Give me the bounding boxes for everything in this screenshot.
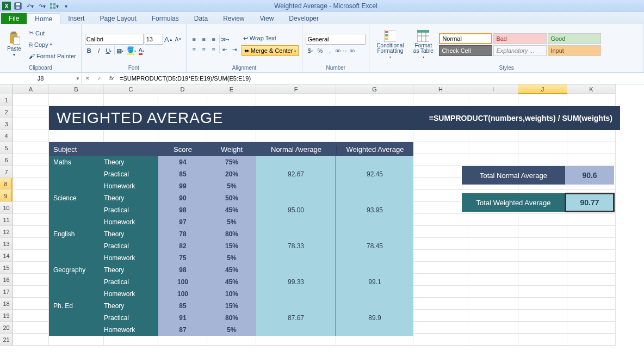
row-header-2[interactable]: 2 — [0, 106, 13, 118]
tab-review[interactable]: Review — [215, 13, 252, 24]
conditional-formatting-button[interactable]: Conditional Formatting▾ — [373, 25, 407, 64]
row-header-20[interactable]: 20 — [0, 322, 13, 334]
tab-file[interactable]: File — [1, 13, 27, 24]
tab-developer[interactable]: Developer — [281, 13, 326, 24]
row-header-15[interactable]: 15 — [0, 262, 13, 274]
font-size-select[interactable] — [145, 34, 163, 45]
worksheet-grid[interactable]: ABCDEFGHIJK 1234567891011121314151617181… — [0, 84, 644, 362]
window-title: Weighted Average - Microsoft Excel — [73, 2, 579, 10]
orientation-button[interactable]: ≫▾ — [221, 35, 230, 44]
svg-rect-12 — [385, 34, 388, 36]
tab-page-layout[interactable]: Page Layout — [92, 13, 144, 24]
row-header-10[interactable]: 10 — [0, 202, 13, 214]
format-as-table-button[interactable]: Format as Table▾ — [410, 25, 437, 64]
row-header-9[interactable]: 9 — [0, 190, 13, 202]
row-header-13[interactable]: 13 — [0, 238, 13, 250]
col-header-E[interactable]: E — [207, 84, 256, 94]
name-box[interactable]: J8▼ — [0, 73, 82, 84]
svg-rect-6 — [53, 7, 55, 9]
undo-button[interactable]: ↶▾ — [25, 2, 35, 10]
style-bad[interactable]: Bad — [493, 33, 547, 44]
row-header-19[interactable]: 19 — [0, 310, 13, 322]
col-header-H[interactable]: H — [413, 84, 468, 94]
tab-formulas[interactable]: Formulas — [144, 13, 187, 24]
style-explanatory[interactable]: Explanatory ... — [493, 45, 547, 56]
style-check-cell[interactable]: Check Cell — [439, 45, 492, 56]
wrap-text-button[interactable]: ↩Wrap Text — [242, 33, 299, 44]
style-normal[interactable]: Normal — [439, 33, 492, 44]
tab-data[interactable]: Data — [187, 13, 215, 24]
decrease-indent-button[interactable]: ⇤ — [221, 45, 230, 54]
group-label-alignment: Alignment — [190, 64, 299, 72]
tab-insert[interactable]: Insert — [60, 13, 92, 24]
col-header-K[interactable]: K — [567, 84, 616, 94]
increase-indent-button[interactable]: ⇥ — [231, 45, 239, 54]
tab-home[interactable]: Home — [27, 13, 60, 24]
currency-button[interactable]: $▾ — [306, 46, 314, 55]
qat-button-1[interactable]: ▾ — [49, 2, 59, 10]
fill-color-button[interactable]: 🪣▾ — [127, 46, 136, 55]
row-header-3[interactable]: 3 — [0, 118, 13, 130]
row-header-11[interactable]: 11 — [0, 214, 13, 226]
style-input[interactable]: Input — [548, 45, 601, 56]
row-header-8[interactable]: 8 — [0, 178, 13, 190]
format-painter-button[interactable]: 🖌Format Painter — [27, 51, 78, 62]
copy-button[interactable]: ⎘Copy ▾ — [27, 39, 78, 50]
redo-button[interactable]: ↷▾ — [37, 2, 47, 10]
align-right-button[interactable]: ≡ — [209, 45, 218, 54]
row-header-14[interactable]: 14 — [0, 250, 13, 262]
cancel-formula-button[interactable]: ✕ — [82, 76, 94, 81]
percent-button[interactable]: % — [315, 46, 324, 55]
font-name-select[interactable] — [85, 34, 144, 45]
tab-view[interactable]: View — [252, 13, 282, 24]
col-header-G[interactable]: G — [336, 84, 413, 94]
number-format-select[interactable] — [306, 34, 366, 45]
enter-formula-button[interactable]: ✓ — [94, 76, 106, 81]
align-middle-button[interactable]: ≡ — [200, 35, 208, 44]
row-header-1[interactable]: 1 — [0, 94, 13, 106]
svg-rect-1 — [16, 3, 20, 5]
paste-button[interactable]: Paste ▼ — [3, 25, 25, 64]
row-header-4[interactable]: 4 — [0, 130, 13, 142]
row-header-18[interactable]: 18 — [0, 298, 13, 310]
style-good[interactable]: Good — [548, 33, 601, 44]
group-font: A▲ A▼ B I U▾ ▦▾ 🪣▾ A▾ Font — [82, 24, 187, 72]
row-header-6[interactable]: 6 — [0, 154, 13, 166]
qat-button-2[interactable]: ▾ — [61, 2, 71, 10]
table-icon — [417, 30, 429, 42]
comma-button[interactable]: , — [325, 46, 334, 55]
cells-area[interactable] — [13, 94, 616, 346]
increase-font-button[interactable]: A▲ — [164, 35, 173, 44]
col-header-B[interactable]: B — [49, 84, 104, 94]
col-header-J[interactable]: J — [518, 84, 567, 94]
row-header-16[interactable]: 16 — [0, 274, 13, 286]
decrease-decimal-button[interactable]: ←.00 — [345, 46, 354, 55]
cut-button[interactable]: ✂Cut — [27, 28, 78, 39]
border-button[interactable]: ▦▾ — [116, 46, 125, 55]
underline-button[interactable]: U▾ — [104, 46, 113, 55]
merge-center-button[interactable]: ⬌Merge & Center▾ — [242, 45, 299, 56]
align-center-button[interactable]: ≡ — [200, 45, 208, 54]
row-header-5[interactable]: 5 — [0, 142, 13, 154]
row-header-17[interactable]: 17 — [0, 286, 13, 298]
bold-button[interactable]: B — [85, 46, 94, 55]
row-header-12[interactable]: 12 — [0, 226, 13, 238]
col-header-I[interactable]: I — [468, 84, 518, 94]
align-top-button[interactable]: ≡ — [190, 35, 199, 44]
align-bottom-button[interactable]: ≡ — [209, 35, 218, 44]
svg-rect-2 — [16, 7, 20, 9]
col-header-A[interactable]: A — [13, 84, 49, 94]
row-header-21[interactable]: 21 — [0, 334, 13, 346]
row-header-7[interactable]: 7 — [0, 166, 13, 178]
formula-input[interactable]: =SUMPRODUCT(D5:D19*E5:E19)/SUM(E5:E19) — [117, 74, 644, 83]
decrease-font-button[interactable]: A▼ — [174, 35, 183, 44]
increase-decimal-button[interactable]: .00→ — [335, 46, 344, 55]
insert-function-button[interactable]: fx — [106, 76, 117, 81]
col-header-D[interactable]: D — [158, 84, 207, 94]
col-header-F[interactable]: F — [256, 84, 336, 94]
align-left-button[interactable]: ≡ — [190, 45, 199, 54]
save-button[interactable] — [13, 2, 23, 10]
italic-button[interactable]: I — [95, 46, 103, 55]
col-header-C[interactable]: C — [104, 84, 158, 94]
font-color-button[interactable]: A▾ — [137, 46, 146, 55]
